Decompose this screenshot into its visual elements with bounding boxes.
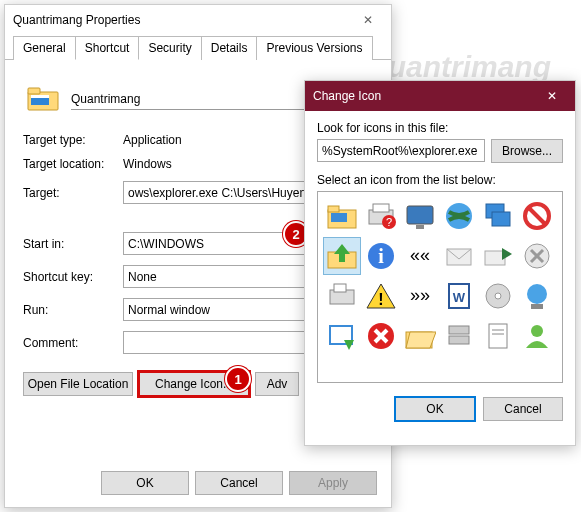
info-icon[interactable]: i <box>363 238 399 274</box>
label-start-in: Start in: <box>23 237 123 251</box>
svg-marker-25 <box>502 248 512 260</box>
fax-icon[interactable] <box>324 278 360 314</box>
titlebar: Quantrimang Properties ✕ <box>5 5 391 35</box>
window-title: Quantrimang Properties <box>13 13 347 27</box>
svg-rect-47 <box>449 326 469 334</box>
globe-icon[interactable] <box>441 198 477 234</box>
user-icon[interactable] <box>519 318 555 354</box>
label-target-loc: Target location: <box>23 157 123 171</box>
label-comment: Comment: <box>23 336 123 350</box>
svg-point-52 <box>531 325 543 337</box>
word-doc-icon[interactable]: W <box>441 278 477 314</box>
document-icon[interactable] <box>480 318 516 354</box>
dialog-cancel-button[interactable]: Cancel <box>483 397 563 421</box>
label-target: Target: <box>23 186 123 200</box>
select-icon-label: Select an icon from the list below: <box>317 173 563 187</box>
svg-point-37 <box>495 293 501 299</box>
tab-shortcut[interactable]: Shortcut <box>75 36 140 60</box>
svg-text:««: «« <box>410 245 430 265</box>
network-globe-icon[interactable] <box>519 278 555 314</box>
server-icon[interactable] <box>441 318 477 354</box>
dialog-titlebar: Change Icon ✕ <box>305 81 575 111</box>
dialog-title: Change Icon <box>313 89 531 103</box>
tab-strip: General Shortcut Security Details Previo… <box>5 35 391 60</box>
chevrons-icon[interactable]: «« <box>402 238 438 274</box>
svg-rect-11 <box>407 206 433 224</box>
dialog-close-icon[interactable]: ✕ <box>531 82 573 110</box>
svg-text:»»: »» <box>410 285 430 305</box>
cancel-circle-icon[interactable] <box>519 238 555 274</box>
folder-icon <box>27 82 59 117</box>
watermark-text: uantrimang <box>388 50 551 84</box>
svg-rect-6 <box>331 213 347 222</box>
printer-help-icon[interactable]: ? <box>363 198 399 234</box>
svg-rect-5 <box>328 206 339 212</box>
chevrons-right-icon[interactable]: »» <box>402 278 438 314</box>
cancel-button[interactable]: Cancel <box>195 471 283 495</box>
svg-text:?: ? <box>386 216 392 228</box>
svg-rect-12 <box>416 225 424 229</box>
svg-rect-48 <box>449 336 469 344</box>
window-arrow-icon[interactable] <box>324 318 360 354</box>
tab-general[interactable]: General <box>13 36 76 60</box>
svg-rect-8 <box>373 204 389 212</box>
close-icon[interactable]: ✕ <box>347 6 389 34</box>
svg-point-38 <box>527 284 547 304</box>
ok-button[interactable]: OK <box>101 471 189 495</box>
svg-rect-3 <box>31 95 49 98</box>
folder-icon[interactable] <box>324 198 360 234</box>
change-icon-dialog: Change Icon ✕ Look for icons in this fil… <box>304 80 576 446</box>
dialog-ok-button[interactable]: OK <box>395 397 475 421</box>
windows-cascade-icon[interactable] <box>480 198 516 234</box>
advanced-button[interactable]: Adv <box>255 372 299 396</box>
svg-rect-1 <box>28 88 40 94</box>
label-shortcut-key: Shortcut key: <box>23 270 123 284</box>
mail-send-icon[interactable] <box>480 238 516 274</box>
dialog-footer: OK Cancel Apply <box>101 471 377 495</box>
disc-icon[interactable] <box>480 278 516 314</box>
icon-list[interactable]: ? i «« ! »» W <box>317 191 563 383</box>
error-icon[interactable] <box>363 318 399 354</box>
browse-button[interactable]: Browse... <box>491 139 563 163</box>
folder-up-icon[interactable] <box>324 238 360 274</box>
svg-rect-39 <box>531 304 543 309</box>
apply-button[interactable]: Apply <box>289 471 377 495</box>
svg-rect-15 <box>492 212 510 226</box>
annotation-marker-1: 1 <box>225 366 251 392</box>
tab-details[interactable]: Details <box>201 36 258 60</box>
no-entry-icon[interactable] <box>519 198 555 234</box>
label-target-type: Target type: <box>23 133 123 147</box>
svg-rect-30 <box>334 284 346 292</box>
open-file-location-button[interactable]: Open File Location <box>23 372 133 396</box>
warning-icon[interactable]: ! <box>363 278 399 314</box>
label-run: Run: <box>23 303 123 317</box>
svg-rect-49 <box>489 324 507 348</box>
svg-text:!: ! <box>378 291 383 308</box>
tab-security[interactable]: Security <box>138 36 201 60</box>
look-for-label: Look for icons in this file: <box>317 121 563 135</box>
svg-text:W: W <box>453 290 466 305</box>
icon-path-input[interactable] <box>317 139 485 162</box>
tab-previous-versions[interactable]: Previous Versions <box>256 36 372 60</box>
monitor-icon[interactable] <box>402 198 438 234</box>
folder-open-icon[interactable] <box>402 318 438 354</box>
envelope-icon[interactable] <box>441 238 477 274</box>
svg-text:i: i <box>378 245 384 267</box>
